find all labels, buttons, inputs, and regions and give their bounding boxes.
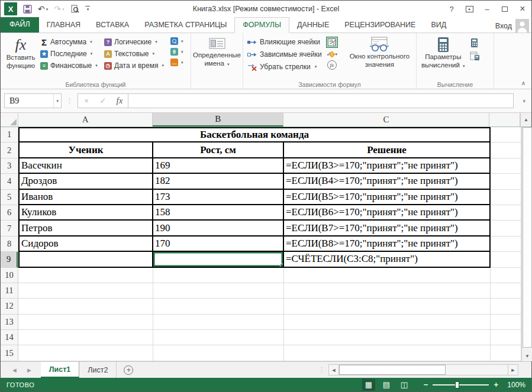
select-all-corner[interactable] xyxy=(1,113,18,127)
zoom-out-button[interactable]: − xyxy=(424,380,428,389)
lookup-reference-button[interactable]: ▾ xyxy=(170,37,183,45)
cell-empty[interactable] xyxy=(491,190,521,205)
cell-student-formula[interactable]: =ЕСЛИ(B6>=170;"принят";"не принят") xyxy=(284,205,491,221)
tab-formulas[interactable]: ФОРМУЛЫ xyxy=(234,17,289,33)
cancel-button[interactable]: × xyxy=(78,96,95,105)
cell-student-formula[interactable]: =ЕСЛИ(B8>=170;"принят";"не принят") xyxy=(284,237,491,252)
more-functions-button[interactable]: … ▾ xyxy=(170,59,183,66)
cell-student-height[interactable]: 158 xyxy=(153,205,284,221)
chevron-down-icon[interactable]: ▾ xyxy=(46,7,49,11)
tab-page-layout[interactable]: РАЗМЕТКА СТРАНИЦЫ xyxy=(137,18,234,33)
text-functions-button[interactable]: A Текстовые ▾ xyxy=(104,49,168,59)
close-button[interactable]: × xyxy=(514,1,531,17)
row-header[interactable]: 3 xyxy=(1,158,18,174)
math-trig-button[interactable]: θ ▾ xyxy=(170,48,183,56)
row-header[interactable]: 9 xyxy=(1,252,18,267)
cell-empty[interactable] xyxy=(18,299,153,314)
scroll-left-button[interactable]: ◄ xyxy=(328,364,339,375)
ribbon-display-options-button[interactable]: ▴ xyxy=(460,1,478,17)
cell-empty[interactable] xyxy=(153,345,284,361)
cell-student-height[interactable]: 170 xyxy=(153,237,284,252)
datetime-functions-button[interactable]: ◷ Дата и время ▾ xyxy=(104,61,168,70)
cell-empty[interactable] xyxy=(491,283,521,299)
print-preview-icon[interactable] xyxy=(70,5,79,14)
row-header[interactable]: 6 xyxy=(1,205,18,221)
chevron-down-icon[interactable]: ▾ xyxy=(53,94,61,108)
maximize-button[interactable] xyxy=(496,1,514,17)
cell-empty[interactable] xyxy=(18,283,153,299)
save-icon[interactable] xyxy=(23,5,32,14)
cell-empty[interactable] xyxy=(491,252,521,267)
sheet-tab-list1[interactable]: Лист1 xyxy=(41,362,79,378)
cell-header-b2[interactable]: Рост, см xyxy=(153,142,284,158)
cell-student-formula[interactable]: =ЕСЛИ(B5>=170;"принят";"не принят") xyxy=(284,190,491,205)
undo-button[interactable]: ↶▾ xyxy=(38,5,48,13)
scroll-up-button[interactable]: ▲ xyxy=(520,113,531,127)
row-header[interactable]: 14 xyxy=(1,330,18,345)
row-header[interactable]: 5 xyxy=(1,190,18,205)
redo-button[interactable]: ↷▾ xyxy=(54,5,64,13)
cell-student-formula[interactable]: =ЕСЛИ(B3>=170;"принят";"не принят") xyxy=(284,158,491,174)
cell-header-c2[interactable]: Решение xyxy=(284,142,491,158)
cell-empty[interactable] xyxy=(153,299,284,314)
cell-empty[interactable] xyxy=(18,315,153,330)
cell-student-height[interactable]: 173 xyxy=(153,190,284,205)
error-checking-button[interactable]: ✓ ! ▾ xyxy=(326,50,337,58)
cell-empty[interactable] xyxy=(18,345,153,361)
enter-button[interactable]: ✓ xyxy=(95,96,111,105)
cell-student-formula[interactable]: =ЕСЛИ(B4>=170;"принят";"не принят") xyxy=(284,174,491,189)
zoom-level[interactable]: 100% xyxy=(503,381,525,389)
cell-student-height[interactable]: 190 xyxy=(153,221,284,236)
vertical-scrollbar-thumb[interactable] xyxy=(523,127,532,348)
view-page-layout-button[interactable]: ▤ xyxy=(380,379,393,391)
tab-review[interactable]: РЕЦЕНЗИРОВАНИЕ xyxy=(337,18,423,33)
cell-title-merged[interactable]: Баскетбольная команда xyxy=(18,127,491,142)
defined-names-button[interactable]: Определенные имена ▾ xyxy=(190,35,244,69)
autosum-button[interactable]: Σ Автосумма ▾ xyxy=(40,37,102,47)
cell-empty[interactable] xyxy=(491,221,521,236)
cell-empty[interactable] xyxy=(491,158,521,174)
horizontal-scrollbar-track[interactable] xyxy=(339,364,508,375)
minimize-button[interactable]: – xyxy=(478,1,496,17)
zoom-slider-thumb[interactable] xyxy=(455,381,459,388)
cell-empty[interactable] xyxy=(491,268,521,283)
tab-insert[interactable]: ВСТАВКА xyxy=(88,18,137,33)
cell-empty[interactable] xyxy=(153,283,284,299)
cell-student-name[interactable]: Иванов xyxy=(18,190,153,205)
cell-student-name[interactable]: Васечкин xyxy=(18,158,153,174)
cell-empty[interactable] xyxy=(491,142,521,158)
row-header[interactable]: 13 xyxy=(1,315,18,330)
cell-empty[interactable] xyxy=(491,299,521,314)
remove-arrows-button[interactable]: Убрать стрелки ▾ xyxy=(247,62,322,72)
row-header[interactable]: 1 xyxy=(1,127,18,142)
trace-precedents-button[interactable]: Влияющие ячейки xyxy=(247,37,322,47)
cell-student-height[interactable]: 169 xyxy=(153,158,284,174)
cell-empty[interactable] xyxy=(491,127,521,142)
cell-empty[interactable] xyxy=(284,283,491,299)
tab-data[interactable]: ДАННЫЕ xyxy=(289,18,337,33)
cell-summary-formula[interactable]: =СЧЁТЕСЛИ(C3:C8;"принят") xyxy=(284,252,491,267)
tab-home[interactable]: ГЛАВНАЯ xyxy=(39,18,88,33)
view-page-break-button[interactable]: ◫ xyxy=(398,379,411,391)
column-header[interactable]: A xyxy=(18,113,153,127)
cell-empty[interactable] xyxy=(284,345,491,361)
collapse-ribbon-button[interactable]: ∧ xyxy=(521,80,525,86)
cell-empty[interactable] xyxy=(491,315,521,330)
cell-student-name[interactable]: Дроздов xyxy=(18,174,153,189)
show-formulas-button[interactable]: 152 xyxy=(326,37,338,48)
row-header[interactable]: 7 xyxy=(1,221,18,236)
logical-functions-button[interactable]: ? Логические ▾ xyxy=(104,37,168,47)
row-header[interactable]: 10 xyxy=(1,268,18,283)
expand-formula-bar-button[interactable]: ▾ xyxy=(523,98,525,104)
cell-student-formula[interactable]: =ЕСЛИ(B7>=170;"принят";"не принят") xyxy=(284,221,491,236)
sheet-nav-left-icon[interactable]: ◄ xyxy=(11,367,18,374)
cell-empty[interactable] xyxy=(284,330,491,345)
calculate-now-button[interactable] xyxy=(470,38,480,48)
cell-empty[interactable] xyxy=(491,345,521,361)
cell-empty[interactable] xyxy=(18,268,153,283)
watch-window-button[interactable]: Окно контрольного значения xyxy=(347,35,412,70)
row-header[interactable]: 12 xyxy=(1,299,18,314)
cell-empty[interactable] xyxy=(18,330,153,345)
cell-empty[interactable] xyxy=(491,205,521,221)
column-header[interactable] xyxy=(489,113,520,127)
